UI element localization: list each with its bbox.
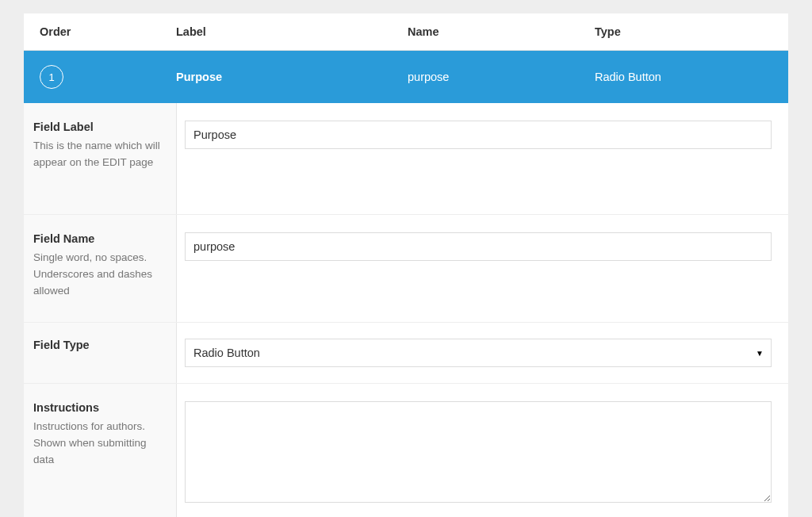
row-instructions: Instructions Instructions for authors. S… [24,384,788,517]
row-field-name: Field Name Single word, no spaces. Under… [24,215,788,323]
header-order: Order [24,25,176,38]
field-name-desc: Single word, no spaces. Underscores and … [33,250,163,300]
summary-label: Purpose [176,71,408,83]
field-summary-row[interactable]: 1 Purpose purpose Radio Button [24,51,788,103]
instructions-textarea[interactable] [185,401,772,503]
row-field-label: Field Label This is the name which will … [24,103,788,215]
field-type-side: Field Type [24,323,177,383]
field-type-select[interactable]: Radio Button [185,339,772,367]
order-badge: 1 [40,65,63,89]
field-name-title: Field Name [33,232,163,245]
header-type: Type [595,25,788,38]
row-field-type: Field Type Radio Button ▼ [24,323,788,384]
field-name-input[interactable] [185,232,772,261]
field-label-title: Field Label [33,121,163,133]
instructions-side: Instructions Instructions for authors. S… [24,384,177,517]
field-table-header: Order Label Name Type [24,13,788,51]
instructions-title: Instructions [33,401,163,414]
summary-name: purpose [408,71,595,83]
field-type-title: Field Type [33,339,163,351]
header-name: Name [408,25,595,38]
field-name-side: Field Name Single word, no spaces. Under… [24,215,177,322]
field-label-input[interactable] [185,121,772,149]
field-label-side: Field Label This is the name which will … [24,103,177,214]
field-editor-panel: Order Label Name Type 1 Purpose purpose … [24,13,788,517]
field-label-desc: This is the name which will appear on th… [33,138,163,171]
instructions-desc: Instructions for authors. Shown when sub… [33,419,163,469]
summary-type: Radio Button [595,71,788,83]
header-label: Label [176,25,408,38]
